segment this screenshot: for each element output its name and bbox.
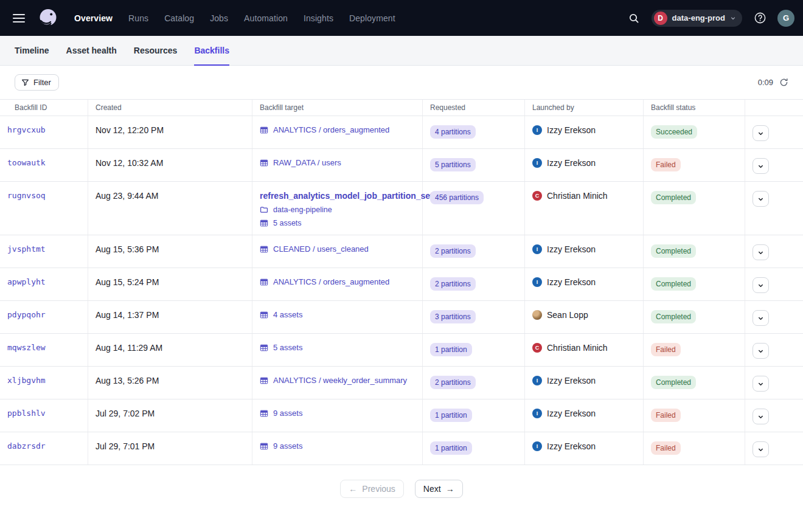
status-badge: Completed (651, 191, 696, 204)
chevron-down-icon (757, 413, 764, 420)
status-cell: Completed (644, 268, 745, 300)
backfill-target-cell: 5 assets (252, 334, 423, 366)
backfill-target-link[interactable]: 9 assets (273, 441, 302, 451)
table-icon (260, 126, 268, 134)
backfill-id-link[interactable]: xljbgvhm (7, 376, 46, 385)
nav-automation[interactable]: Automation (244, 13, 288, 23)
status-cell: Failed (644, 399, 745, 432)
backfill-id-link[interactable]: mqwszlew (7, 343, 46, 352)
created-cell: Aug 14, 1:37 PM (88, 301, 252, 333)
status-cell: Completed (644, 182, 745, 235)
row-actions-button[interactable] (753, 310, 769, 326)
avatar: I (532, 158, 542, 168)
help-icon[interactable] (751, 9, 769, 27)
nav-insights[interactable]: Insights (304, 13, 333, 23)
backfill-target-cell: CLEANED / users_cleaned (252, 235, 423, 268)
nav-catalog[interactable]: Catalog (164, 13, 194, 23)
row-actions-button[interactable] (753, 409, 769, 424)
dagster-logo[interactable] (36, 7, 60, 30)
search-icon[interactable] (625, 9, 643, 27)
backfill-target-job-link[interactable]: refresh_analytics_model_job_partition_se… (260, 191, 433, 201)
user-avatar[interactable]: G (777, 10, 794, 27)
row-actions-button[interactable] (753, 158, 769, 174)
backfill-target-link[interactable]: ANALYTICS / orders_augmented (273, 125, 389, 134)
chevron-down-icon (757, 130, 764, 137)
assets-link[interactable]: 5 assets (273, 219, 302, 227)
backfill-target-link[interactable]: ANALYTICS / weekly_order_summary (273, 376, 407, 385)
partitions-badge: 1 partition (430, 441, 472, 455)
table-icon (260, 376, 268, 385)
partitions-badge: 2 partitions (430, 376, 476, 389)
backfill-target-link[interactable]: 9 assets (273, 409, 302, 418)
hamburger-menu-icon[interactable] (10, 9, 28, 27)
tab-asset-health[interactable]: Asset health (66, 36, 117, 66)
backfill-id-link[interactable]: dabzrsdr (7, 441, 46, 451)
backfill-target-link[interactable]: 4 assets (273, 310, 302, 319)
backfill-id-link[interactable]: pdypqohr (7, 310, 46, 319)
backfill-target-cell: ANALYTICS / orders_augmented (252, 268, 423, 300)
next-page-button[interactable]: Next → (415, 480, 463, 498)
pipeline-link[interactable]: data-eng-pipeline (273, 206, 332, 214)
actions-cell (745, 116, 803, 148)
nav-runs[interactable]: Runs (128, 13, 148, 23)
launched-by-name: Izzy Erekson (547, 277, 596, 287)
nav-deployment[interactable]: Deployment (349, 13, 395, 23)
table-icon (260, 311, 268, 319)
chevron-down-icon (757, 315, 764, 322)
refresh-icon[interactable] (779, 78, 788, 87)
tab-resources[interactable]: Resources (134, 36, 178, 66)
launched-by-name: Izzy Erekson (547, 376, 596, 385)
row-actions-button[interactable] (753, 277, 769, 293)
chevron-down-icon (757, 282, 764, 289)
actions-cell (745, 367, 803, 399)
toolbar: Filter 0:09 (0, 66, 803, 99)
backfill-target-link[interactable]: ANALYTICS / orders_augmented (273, 277, 389, 286)
tab-timeline[interactable]: Timeline (15, 36, 49, 66)
table-row: rugnvsoqAug 23, 9:44 AMrefresh_analytics… (0, 182, 803, 235)
launched-by-cell: Sean Lopp (525, 301, 644, 333)
nav-overview[interactable]: Overview (74, 13, 113, 23)
backfill-target-link[interactable]: 5 assets (273, 343, 302, 352)
launched-by-cell: IIzzy Erekson (525, 149, 644, 181)
backfill-target-link[interactable]: CLEANED / users_cleaned (273, 244, 369, 254)
backfill-id-link[interactable]: ppblshlv (7, 409, 46, 418)
row-actions-button[interactable] (753, 343, 769, 359)
launched-by-name: Christian Minich (547, 343, 608, 353)
status-cell: Succeeded (644, 116, 745, 148)
row-actions-button[interactable] (753, 125, 769, 141)
partitions-badge: 456 partitions (430, 191, 484, 204)
row-actions-button[interactable] (753, 244, 769, 260)
launched-by-cell: CChristian Minich (525, 334, 644, 366)
tab-backfills[interactable]: Backfills (194, 36, 229, 66)
row-actions-button[interactable] (753, 441, 769, 457)
backfill-id-link[interactable]: toowautk (7, 158, 46, 167)
avatar: I (532, 409, 542, 418)
arrow-left-icon: ← (349, 484, 357, 494)
backfill-id-link[interactable]: apwplyht (7, 277, 46, 286)
launched-by-name: Sean Lopp (547, 310, 588, 320)
row-actions-button[interactable] (753, 191, 769, 207)
backfill-id-link[interactable]: hrgvcxub (7, 125, 46, 134)
previous-page-button[interactable]: ← Previous (340, 480, 403, 498)
status-badge: Completed (651, 376, 696, 389)
table-icon (260, 409, 268, 418)
filter-button[interactable]: Filter (15, 74, 59, 91)
avatar: I (532, 125, 542, 135)
chevron-down-icon (730, 13, 736, 24)
nav-jobs[interactable]: Jobs (210, 13, 228, 23)
backfill-id-link[interactable]: rugnvsoq (7, 191, 46, 200)
backfill-id-link[interactable]: jvsphtmt (7, 244, 46, 254)
table-row: jvsphtmtAug 15, 5:36 PMCLEANED / users_c… (0, 235, 803, 268)
avatar: C (532, 191, 542, 201)
backfill-target-cell: 4 assets (252, 301, 423, 333)
filter-label: Filter (33, 78, 51, 87)
row-actions-button[interactable] (753, 376, 769, 392)
app-header: Overview Runs Catalog Jobs Automation In… (0, 0, 803, 36)
table-row: apwplyhtAug 15, 5:24 PMANALYTICS / order… (0, 268, 803, 301)
partitions-badge: 1 partition (430, 343, 472, 356)
launched-by-cell: IIzzy Erekson (525, 432, 644, 465)
created-cell: Nov 12, 12:20 PM (88, 116, 252, 148)
deployment-switcher[interactable]: D data-eng-prod (652, 10, 742, 27)
backfill-target-link[interactable]: RAW_DATA / users (273, 158, 341, 167)
partitions-badge: 2 partitions (430, 244, 476, 258)
